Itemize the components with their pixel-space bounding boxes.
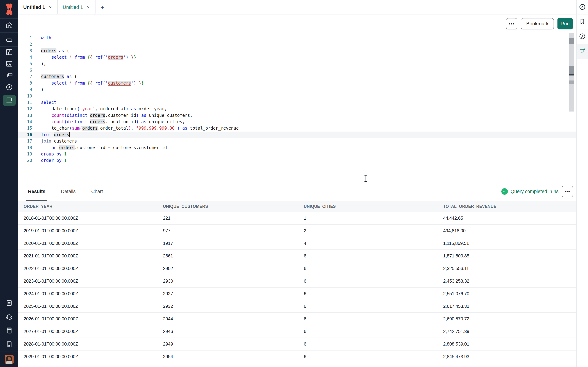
table-cell[interactable]: 2946 bbox=[158, 325, 298, 338]
table-cell[interactable]: 2902 bbox=[158, 262, 298, 275]
table-row[interactable]: 2023-01-01T00:00:00.000Z293062,453,253.3… bbox=[18, 275, 576, 287]
table-cell[interactable]: 2930 bbox=[158, 275, 298, 287]
table-cell[interactable]: 6 bbox=[298, 275, 438, 287]
table-cell[interactable]: 6 bbox=[298, 300, 438, 313]
code-line[interactable]: 14 count(distinct orders.location_id) as… bbox=[18, 119, 577, 125]
run-button[interactable]: Run bbox=[557, 18, 573, 29]
code-line[interactable]: 9) bbox=[18, 86, 577, 93]
code-line[interactable]: 2 bbox=[18, 41, 577, 48]
tab-results[interactable]: Results bbox=[28, 182, 45, 201]
sidebar-item-data[interactable] bbox=[0, 33, 18, 46]
close-icon[interactable]: × bbox=[86, 4, 90, 10]
code-line[interactable]: 16from orders bbox=[18, 132, 577, 138]
table-cell[interactable]: 1,871,800.85 bbox=[438, 250, 576, 262]
table-row[interactable]: 2018-01-01T00:00:00.000Z221144,442.65 bbox=[18, 212, 576, 225]
sidebar-item-notebook-active[interactable] bbox=[0, 93, 18, 107]
code-line[interactable]: 15 to_char(sum(orders.order_total), '999… bbox=[18, 125, 577, 131]
user-menu[interactable] bbox=[0, 352, 18, 367]
table-cell[interactable]: 2025-01-01T00:00:00.000Z bbox=[18, 300, 158, 313]
table-row[interactable]: 2019-01-01T00:00:00.000Z9772494,818.00 bbox=[18, 225, 576, 237]
table-cell[interactable]: 2024-01-01T00:00:00.000Z bbox=[18, 287, 158, 300]
sidebar-item-home[interactable] bbox=[0, 19, 18, 33]
code-line[interactable]: 11select bbox=[18, 99, 577, 106]
table-cell[interactable]: 4 bbox=[298, 237, 438, 250]
results-more-button[interactable]: ••• bbox=[562, 186, 573, 197]
scrollbar-thumb[interactable] bbox=[569, 81, 574, 84]
table-cell[interactable]: 2021-01-01T00:00:00.000Z bbox=[18, 250, 158, 262]
table-cell[interactable]: 2022-01-01T00:00:00.000Z bbox=[18, 262, 158, 275]
column-header[interactable]: TOTAL_ORDER_REVENUE bbox=[438, 201, 576, 212]
table-cell[interactable]: 6 bbox=[298, 262, 438, 275]
sidebar-item-projects[interactable] bbox=[0, 47, 18, 58]
table-cell[interactable]: 2027-01-01T00:00:00.000Z bbox=[18, 325, 158, 338]
table-cell[interactable]: 2661 bbox=[158, 250, 298, 262]
table-cell[interactable]: 494,818.00 bbox=[438, 225, 576, 237]
code-line[interactable]: 13 count(distinct orders.customer_id) as… bbox=[18, 112, 577, 119]
sidebar-item-changelog[interactable] bbox=[0, 296, 18, 310]
sql-editor[interactable]: 1with23orders as (4 select * from {{ ref… bbox=[18, 33, 577, 182]
code-line[interactable]: 20order by 1 bbox=[18, 157, 577, 164]
code-line[interactable]: 5), bbox=[18, 61, 577, 67]
table-row[interactable]: 2027-01-01T00:00:00.000Z294662,742,751.3… bbox=[18, 325, 576, 338]
close-icon[interactable]: × bbox=[48, 4, 52, 10]
table-cell[interactable]: 2,808,539.01 bbox=[438, 338, 576, 350]
table-cell[interactable]: 2,453,253.32 bbox=[438, 275, 576, 287]
code-line[interactable]: 4 select * from {{ ref('orders') }} bbox=[18, 54, 577, 60]
new-tab-button[interactable]: + bbox=[95, 0, 109, 15]
code-line[interactable]: 12 date_trunc('year', ordered_at) as ord… bbox=[18, 106, 577, 112]
code-line[interactable]: 18 on orders.customer_id = customers.cus… bbox=[18, 144, 577, 151]
table-cell[interactable]: 6 bbox=[298, 338, 438, 350]
code-line[interactable]: 17join customers bbox=[18, 138, 577, 144]
table-cell[interactable]: 2019-01-01T00:00:00.000Z bbox=[18, 225, 158, 237]
sidebar-item-explore[interactable] bbox=[0, 82, 18, 93]
rail-item-bookmarks[interactable] bbox=[577, 15, 588, 29]
table-cell[interactable]: 2,690,570.72 bbox=[438, 313, 576, 325]
column-header[interactable]: ORDER_YEAR bbox=[18, 201, 158, 212]
tab-chart[interactable]: Chart bbox=[91, 182, 103, 201]
table-cell[interactable]: 2030-01-01T00:00:00.000Z bbox=[18, 363, 158, 367]
table-cell[interactable]: 2,551,076.70 bbox=[438, 287, 576, 300]
code-line[interactable]: 7customers as ( bbox=[18, 73, 577, 80]
table-cell[interactable]: 2026-01-01T00:00:00.000Z bbox=[18, 313, 158, 325]
table-cell[interactable]: 2,845,473.93 bbox=[438, 350, 576, 363]
table-row[interactable]: 2020-01-01T00:00:00.000Z191741,115,869.5… bbox=[18, 237, 576, 250]
code-line[interactable]: 6 bbox=[18, 67, 577, 73]
table-row[interactable]: 2026-01-01T00:00:00.000Z294462,690,570.7… bbox=[18, 313, 576, 325]
sidebar-item-org[interactable] bbox=[0, 338, 18, 351]
code-line[interactable]: 3orders as ( bbox=[18, 48, 577, 54]
table-cell[interactable]: 977 bbox=[158, 225, 298, 237]
table-cell[interactable]: 1,841,049.32 bbox=[438, 363, 576, 367]
sidebar-item-support[interactable] bbox=[0, 310, 18, 324]
table-cell[interactable]: 2927 bbox=[158, 287, 298, 300]
rail-item-history[interactable] bbox=[577, 29, 588, 44]
table-cell[interactable]: 2,617,453.32 bbox=[438, 300, 576, 313]
table-cell[interactable]: 2018-01-01T00:00:00.000Z bbox=[18, 212, 158, 225]
column-header[interactable]: UNIQUE_CITIES bbox=[298, 201, 438, 212]
code-line[interactable]: 1with bbox=[18, 35, 577, 41]
table-row[interactable]: 2028-01-01T00:00:00.000Z294962,808,539.0… bbox=[18, 338, 576, 350]
table-cell[interactable]: 6 bbox=[298, 363, 438, 367]
table-cell[interactable]: 6 bbox=[298, 287, 438, 300]
hex-logo[interactable] bbox=[0, 0, 18, 18]
table-cell[interactable]: 2029-01-01T00:00:00.000Z bbox=[18, 350, 158, 363]
sidebar-item-docs[interactable] bbox=[0, 324, 18, 338]
table-cell[interactable]: 1917 bbox=[158, 237, 298, 250]
table-cell[interactable]: 2,325,556.11 bbox=[438, 262, 576, 275]
table-cell[interactable]: 2944 bbox=[158, 313, 298, 325]
bookmark-button[interactable]: Bookmark bbox=[521, 18, 554, 29]
more-options-button[interactable]: ••• bbox=[506, 18, 517, 29]
table-cell[interactable]: 2028-01-01T00:00:00.000Z bbox=[18, 338, 158, 350]
code-line[interactable]: 8 select * from {{ ref('customers') }} bbox=[18, 80, 577, 86]
table-cell[interactable]: 221 bbox=[158, 212, 298, 225]
code-line[interactable]: 10 bbox=[18, 93, 577, 99]
table-cell[interactable]: 6 bbox=[298, 250, 438, 262]
scrollbar-thumb[interactable] bbox=[569, 38, 574, 44]
editor-scrollbar[interactable] bbox=[569, 33, 574, 111]
tab-details[interactable]: Details bbox=[61, 182, 76, 201]
tab-untitled-2[interactable]: Untitled 1 × bbox=[58, 0, 95, 15]
table-row[interactable]: 2029-01-01T00:00:00.000Z295462,845,473.9… bbox=[18, 350, 576, 363]
table-cell[interactable]: 2954 bbox=[158, 350, 298, 363]
table-cell[interactable]: 2023-01-01T00:00:00.000Z bbox=[18, 275, 158, 287]
sidebar-item-components[interactable] bbox=[0, 70, 18, 82]
table-cell[interactable]: 2879 bbox=[158, 363, 298, 367]
